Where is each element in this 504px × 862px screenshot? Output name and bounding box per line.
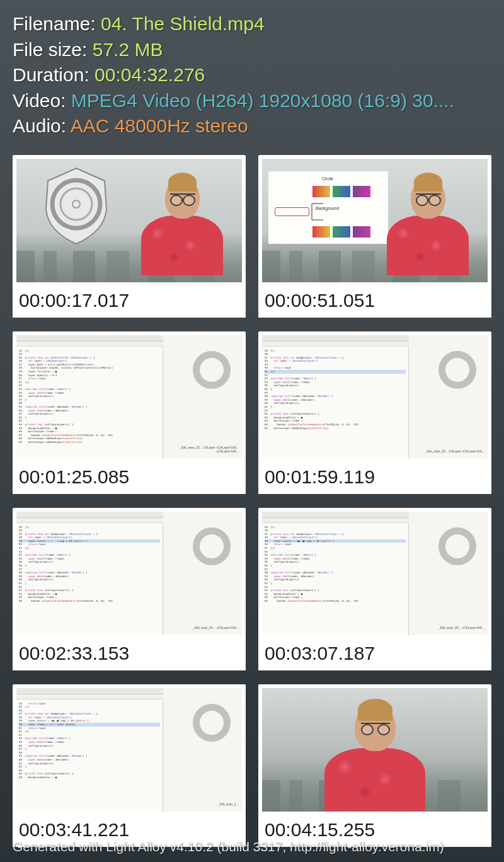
thumbnail-item: 45 }() 46 47 private lazy var badgeLayer…	[13, 508, 246, 670]
thumbnail-image: 43 }() 44 45 private lazy var outerCircl…	[13, 331, 246, 463]
duration-row: Duration: 00:04:32.276	[13, 62, 491, 88]
thumbnail-item: 00:00:17.017	[13, 155, 246, 318]
duration-value: 00:04:32.276	[94, 64, 205, 85]
duration-label: Duration:	[13, 64, 94, 85]
filename-label: Filename:	[13, 13, 101, 34]
thumbnail-image: 45 }() 46 47 private lazy var badgeLayer…	[13, 508, 246, 639]
thumbnail-timestamp: 00:03:07.187	[258, 639, 491, 670]
presenter-figure	[387, 178, 469, 279]
thumbnail-item: 43 }() 44 45 private lazy var outerCircl…	[13, 331, 246, 494]
debug-label: _lldb_expr_20... «CALayer:0x6...	[193, 626, 239, 630]
metadata-header: Filename: 04. The Shield.mp4 File size: …	[0, 0, 504, 146]
preview-ring-icon	[193, 704, 231, 742]
preview-ring-icon	[193, 351, 231, 389]
preview-ring-icon	[193, 527, 231, 565]
debug-label: _lldb_expr_20... CALayer «CALayer:0x6...	[425, 449, 484, 454]
footer-text: Generated with Light Alloy v4.10.2 (buil…	[13, 839, 444, 854]
filesize-value: 57.2 MB	[93, 39, 163, 60]
thumbnail-timestamp: 00:00:51.051	[258, 286, 491, 318]
audio-value: AAC 48000Hz stereo	[71, 115, 248, 136]
thumbnail-item: Circle Background	[258, 155, 491, 318]
thumbnail-image	[13, 155, 246, 286]
audio-label: Audio:	[13, 115, 71, 136]
filename-value: 04. The Shield.mp4	[101, 13, 265, 34]
thumbnail-image: 44 return layer 45 }() 46 47 private laz…	[13, 684, 246, 815]
thumbnail-item: 45 }() 46 47 private lazy var badgeLayer…	[258, 508, 491, 670]
shield-icon	[38, 165, 114, 247]
thumbnail-image	[258, 684, 491, 815]
audio-row: Audio: AAC 48000Hz stereo	[13, 113, 491, 139]
thumbnail-timestamp: 00:01:59.119	[258, 463, 491, 494]
video-row: Video: MPEG4 Video (H264) 1920x1080 (16:…	[13, 88, 491, 114]
thumbnail-item: 45 }() 46 47 private lazy var badgeLayer…	[258, 331, 491, 494]
thumbnail-image: 45 }() 46 47 private lazy var badgeLayer…	[258, 331, 491, 463]
debug-label: _lldb_expr_20... «CALayer:0x6...	[438, 626, 484, 630]
thumbnail-item: 44 return layer 45 }() 46 47 private laz…	[13, 684, 246, 847]
presenter-figure	[324, 704, 425, 805]
filesize-label: File size:	[13, 39, 93, 60]
presenter-figure	[141, 178, 223, 279]
thumbnail-timestamp: 00:00:17.017	[13, 286, 246, 318]
thumbnail-timestamp: 00:01:25.085	[13, 463, 246, 494]
thumbnail-grid: 00:00:17.017 Circle Background	[0, 146, 504, 847]
video-label: Video:	[13, 90, 71, 111]
thumbnail-image: Circle Background	[258, 155, 491, 286]
diagram-overlay: Circle Background	[268, 171, 388, 244]
debug-label: _lldb_expr_1...	[218, 802, 239, 807]
thumbnail-timestamp: 00:02:33.153	[13, 639, 246, 670]
filename-row: Filename: 04. The Shield.mp4	[13, 11, 491, 37]
debug-label: _lldb_expr_15... CALayer «CALayer:0x6...…	[163, 445, 239, 454]
preview-ring-icon	[438, 351, 476, 389]
preview-ring-icon	[438, 527, 476, 565]
video-value: MPEG4 Video (H264) 1920x1080 (16:9) 30..…	[71, 90, 454, 111]
thumbnail-image: 45 }() 46 47 private lazy var badgeLayer…	[258, 508, 491, 639]
thumbnail-item: 00:04:15.255	[258, 684, 491, 847]
filesize-row: File size: 57.2 MB	[13, 37, 491, 63]
